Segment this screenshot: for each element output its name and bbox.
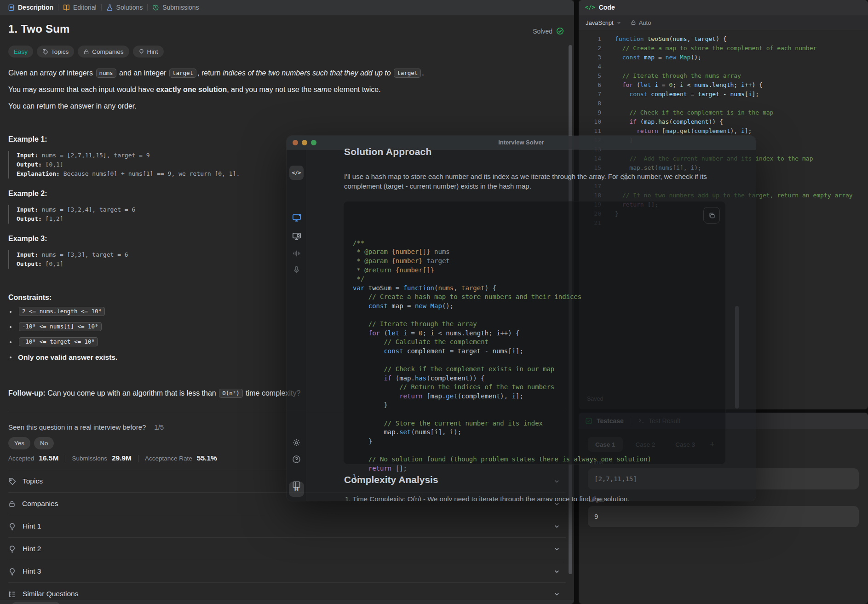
stat-label: Submissions (72, 455, 107, 462)
code-token: complement (407, 347, 446, 355)
yes-button[interactable]: Yes (8, 437, 30, 449)
code-token: // Calculate the complement (353, 338, 489, 345)
paragraph-line: I'll use a hash map to store each number… (344, 172, 707, 181)
lock-icon (631, 20, 636, 25)
difficulty-label: Easy (14, 48, 28, 55)
text-segment: . (422, 69, 424, 77)
yes-label: Yes (14, 440, 24, 447)
tab-description[interactable]: Description (8, 4, 53, 11)
line-code: for (let i = 0; i < nums.length; i++) { (615, 81, 763, 90)
code-token: nums (431, 248, 450, 255)
code-token: [ (426, 392, 430, 400)
display-select-icon[interactable] (291, 230, 302, 242)
code-token: if (615, 118, 640, 125)
tab-editorial[interactable]: Editorial (63, 4, 97, 11)
minimize-window-button[interactable] (302, 140, 307, 145)
auto-toggle[interactable]: Auto (631, 19, 651, 26)
star-button[interactable] (98, 602, 108, 604)
code-token: Map (431, 302, 442, 310)
solver-code-line: } (353, 437, 725, 446)
code-token: nums (438, 284, 454, 292)
code-token: * @return (353, 266, 396, 274)
accordion-hint-3[interactable]: Hint 3 (8, 560, 566, 582)
tab-submissions[interactable]: Submissions (152, 4, 199, 11)
inline-code-chip: O(n²) (219, 389, 243, 398)
interview-solver-window[interactable]: Interview Solver </> (287, 136, 756, 501)
help-circle-icon[interactable] (291, 454, 302, 465)
feedback-bar: 66.7K 1.6K (0, 600, 574, 604)
share-button[interactable] (114, 602, 124, 604)
code-token: ) { (716, 35, 726, 42)
code-token: // Check if the complement is in the map (615, 109, 773, 116)
example-key: Output: (17, 215, 42, 222)
line-code: const map = new Map(); (615, 53, 701, 62)
code-token: ( (384, 329, 387, 337)
solver-code-tab[interactable]: </> (289, 166, 304, 180)
code-token: i (655, 81, 658, 88)
code-token: nums (673, 35, 687, 42)
stat-value: 29.9M (112, 454, 132, 462)
solver-code-line: for (let i = 0; i < nums.length; i++) { (353, 329, 725, 338)
tab-label: Solutions (116, 4, 143, 11)
gear-icon[interactable] (291, 437, 302, 449)
code-token: new (415, 302, 431, 310)
text-segment: , and you may not use the (227, 86, 314, 93)
code-token: } (353, 437, 372, 445)
solver-code-block: /** * @param {number[]} nums * @param {n… (343, 201, 726, 465)
code-token: [ (508, 347, 512, 355)
close-window-button[interactable] (293, 140, 298, 145)
code-token: * @param (353, 248, 391, 255)
code-token: ; (489, 329, 496, 337)
companies-pill[interactable]: Companies (78, 46, 129, 58)
screen-share-icon[interactable] (291, 212, 302, 223)
hotkey-badge[interactable]: H (289, 482, 304, 497)
accordion-hint-1[interactable]: Hint 1 (8, 515, 566, 537)
microphone-icon[interactable] (291, 264, 302, 276)
difficulty-badge[interactable]: Easy (8, 46, 33, 58)
language-selector[interactable]: JavaScript (586, 19, 614, 26)
chevron-down-icon (553, 546, 560, 552)
no-label: No (40, 440, 48, 447)
code-token: // Check if the complement exists in our… (353, 365, 554, 373)
help-button[interactable] (131, 602, 141, 604)
editor-line: 11 return [map.get(complement), i]; (579, 127, 868, 136)
comments-counter[interactable]: 1.6K (67, 602, 92, 604)
code-token: twoSum (647, 35, 669, 42)
text-segment: , return (197, 69, 223, 77)
code-token: new (666, 54, 680, 61)
code-token: map (644, 54, 655, 61)
example-value: nums = [3,2,4], target = 6 (38, 206, 135, 213)
problem-tabbar: Description Editorial Solutions Submissi… (0, 0, 574, 15)
like-dislike-pill[interactable]: 66.7K (11, 602, 61, 604)
hint-pill[interactable]: Hint (133, 46, 164, 58)
code-token: [ (431, 428, 434, 436)
code-token: , (687, 35, 695, 42)
zoom-window-button[interactable] (311, 140, 316, 145)
target-input[interactable]: 9 (588, 506, 859, 527)
solver-code-line: // Create a hash map to store numbers an… (353, 293, 725, 302)
tab-solutions[interactable]: Solutions (106, 4, 143, 11)
copy-code-button[interactable] (703, 207, 720, 224)
code-token: get (680, 127, 690, 134)
title-row: 1. Two Sum Solved (8, 23, 566, 35)
audio-waveform-icon[interactable] (291, 247, 302, 259)
editor-line: 9 // Check if the complement is in the m… (579, 108, 868, 117)
accordion-hint-2[interactable]: Hint 2 (8, 537, 566, 560)
bullet-dot (10, 326, 11, 328)
constraint-chip: -10⁹ <= nums[i] <= 10⁹ (19, 322, 102, 331)
inline-code-chip: target (169, 69, 196, 78)
code-token: target (461, 284, 485, 292)
code-token: i (741, 81, 745, 88)
code-token: // Iterate through the array (353, 320, 477, 328)
accordion-label: Similar Questions (23, 590, 78, 598)
code-token: < (434, 329, 446, 337)
example-key: Output: (17, 161, 42, 168)
accordion-label: Topics (23, 477, 43, 485)
line-number: 10 (579, 117, 601, 127)
tab-separator (58, 4, 58, 11)
text-segment: You can return the answer in any order. (8, 102, 137, 110)
no-button[interactable]: No (34, 437, 54, 449)
topics-pill[interactable]: Topics (37, 46, 74, 58)
inline-code-chip: target (394, 69, 421, 78)
solver-code-line: * @param {number[]} nums (353, 247, 725, 257)
